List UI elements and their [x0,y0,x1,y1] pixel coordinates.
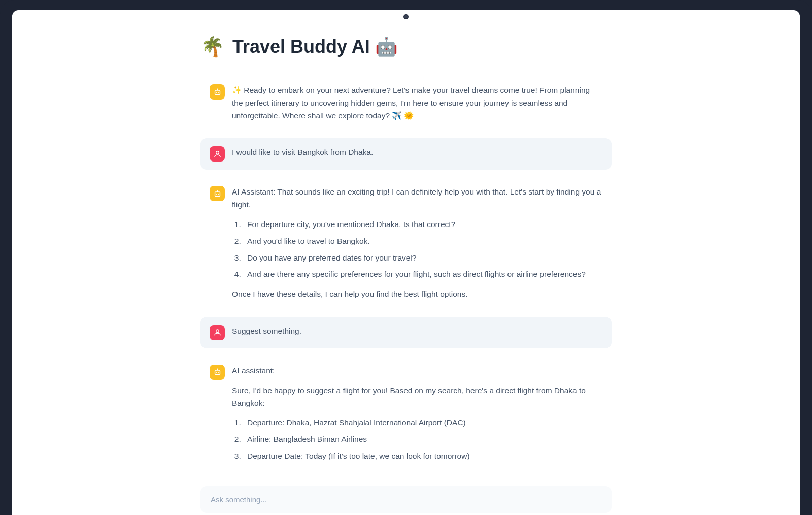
user-avatar [210,325,225,340]
ai-message: AI assistant: Sure, I'd be happy to sugg… [200,357,612,478]
palm-tree-icon: 🌴 [200,36,224,58]
ai-message: ✨ Ready to embark on your next adventure… [200,76,612,130]
message-text: AI assistant: [232,365,602,377]
device-frame: 🌴 Travel Buddy AI 🤖 [0,0,812,515]
svg-point-16 [217,369,217,369]
svg-point-1 [216,92,216,92]
message-text: Sure, I'd be happy to suggest a flight f… [232,384,602,410]
list-item: Departure: Dhaka, Hazrat Shahjalal Inter… [243,416,602,429]
robot-avatar-icon [213,368,222,376]
robot-avatar-icon [213,189,222,198]
svg-point-4 [217,88,217,89]
content-container: 🌴 Travel Buddy AI 🤖 [185,36,627,513]
user-avatar-icon [213,328,222,337]
ai-message: AI Assistant: That sounds like an exciti… [200,178,612,309]
page-header: 🌴 Travel Buddy AI 🤖 [200,36,612,58]
message-text: ✨ Ready to embark on your next adventure… [232,84,602,122]
ordered-list: Departure: Dhaka, Hazrat Shahjalal Inter… [232,416,602,462]
svg-point-10 [217,190,217,190]
user-avatar-icon [213,150,222,158]
message-body: ✨ Ready to embark on your next adventure… [232,84,602,122]
svg-rect-0 [215,90,220,94]
svg-point-5 [216,151,219,154]
message-body: I would like to visit Bangkok from Dhaka… [232,146,602,162]
ai-avatar [210,186,225,201]
message-body: AI Assistant: That sounds like an exciti… [232,186,602,301]
main-screen[interactable]: 🌴 Travel Buddy AI 🤖 [12,10,800,515]
message-text: Once I have these details, I can help yo… [232,288,602,301]
message-text: AI Assistant: That sounds like an exciti… [232,186,602,211]
camera-notch [403,14,409,19]
message-text: I would like to visit Bangkok from Dhaka… [232,146,602,159]
input-placeholder: Ask something... [211,495,267,504]
list-item: And are there any specific preferences f… [243,268,602,281]
ordered-list: For departure city, you've mentioned Dha… [232,218,602,281]
message-text: Suggest something. [232,325,602,338]
svg-point-8 [218,194,218,194]
svg-rect-6 [215,192,220,197]
list-item: Departure Date: Today (If it's too late,… [243,450,602,463]
chat-input[interactable]: Ask something... [200,486,612,513]
robot-icon: 🤖 [375,36,398,57]
list-item: Airline: Bangladesh Biman Airlines [243,433,602,446]
user-avatar [210,146,225,162]
user-message: Suggest something. [200,317,612,348]
list-item: For departure city, you've mentioned Dha… [243,218,602,231]
message-body: Suggest something. [232,325,602,340]
message-body: AI assistant: Sure, I'd be happy to sugg… [232,365,602,470]
list-item: And you'd like to travel to Bangkok. [243,235,602,248]
list-item: Do you have any preferred dates for your… [243,252,602,265]
svg-point-11 [216,330,219,333]
svg-point-14 [218,372,218,373]
page-title: Travel Buddy AI 🤖 [232,36,398,57]
svg-point-7 [216,194,216,194]
svg-rect-12 [215,370,220,375]
ai-avatar [210,365,225,380]
ai-avatar [210,84,225,100]
robot-avatar-icon [213,88,222,96]
user-message: I would like to visit Bangkok from Dhaka… [200,138,612,170]
svg-point-2 [218,92,218,92]
svg-point-13 [216,372,216,373]
